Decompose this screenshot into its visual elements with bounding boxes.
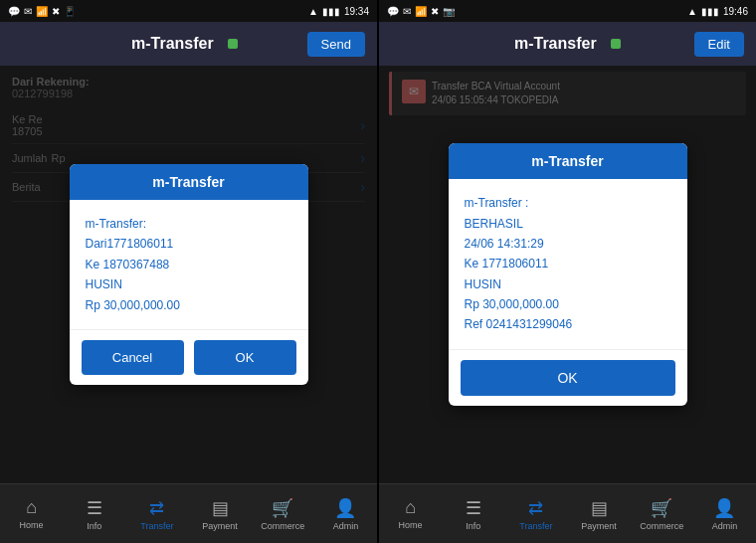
info-icon-2: ☰ (466, 497, 481, 519)
result-line-2: BERHASIL (465, 217, 523, 231)
app-content-2: ✉ Transfer BCA Virtual Account24/06 15:0… (379, 66, 756, 483)
dialog-title-1: m-Transfer (70, 164, 308, 200)
screen-1: 💬 ✉ 📶 ✖ 📱 ▲ ▮▮▮ 19:34 m-Transfer Send Da… (0, 0, 377, 543)
payment-label-2: Payment (581, 521, 617, 531)
mail-icon-2: ✉ (403, 6, 411, 17)
header-title-2: m-Transfer (514, 35, 597, 53)
status-right-2: ▲ ▮▮▮ 19:46 (687, 6, 748, 17)
dialog-line-5: Rp 30,000,000.00 (86, 298, 180, 312)
admin-label-1: Admin (333, 521, 359, 531)
transfer-label-2: Transfer (519, 521, 552, 531)
ok-button[interactable]: OK (194, 340, 296, 375)
nav-home-2[interactable]: ⌂ Home (379, 497, 442, 530)
status-bar-2: 💬 ✉ 📶 ✖ 📷 ▲ ▮▮▮ 19:46 (379, 0, 756, 22)
dialog-line-2: Dari1771806011 (86, 237, 174, 251)
dialog-line-3: Ke 1870367488 (86, 258, 170, 272)
header-center-1: m-Transfer (131, 35, 238, 53)
info-icon-1: ☰ (87, 497, 102, 519)
status-bar-1: 💬 ✉ 📶 ✖ 📱 ▲ ▮▮▮ 19:34 (0, 0, 377, 22)
msg-icon: 💬 (8, 6, 20, 17)
nav-transfer-1[interactable]: ⇄ Transfer (125, 497, 188, 531)
nav-info-2[interactable]: ☰ Info (442, 497, 504, 531)
nav-commerce-1[interactable]: 🛒 Commerce (252, 497, 314, 531)
commerce-icon-1: 🛒 (272, 497, 293, 519)
nav-transfer-2[interactable]: ⇄ Transfer (504, 497, 567, 531)
result-line-6: Rp 30,000,000.00 (465, 297, 559, 311)
dialog-line-4: HUSIN (86, 277, 122, 291)
home-icon-2: ⌂ (405, 497, 416, 518)
result-dialog-2: m-Transfer m-Transfer : BERHASIL 24/06 1… (449, 143, 687, 406)
payment-icon-1: ▤ (212, 497, 229, 519)
mail-icon: ✉ (24, 6, 32, 17)
transfer-icon-2: ⇄ (528, 497, 543, 519)
commerce-label-2: Commerce (640, 521, 683, 531)
result-line-3: 24/06 14:31:29 (465, 237, 544, 251)
photo-icon-2: 📷 (443, 6, 455, 17)
dialog-text-2: m-Transfer : BERHASIL 24/06 14:31:29 Ke … (465, 193, 671, 335)
result-line-5: HUSIN (465, 277, 501, 291)
payment-label-1: Payment (202, 521, 238, 531)
result-line-1: m-Transfer : (465, 196, 529, 210)
nav-payment-2[interactable]: ▤ Payment (568, 497, 631, 531)
commerce-icon-2: 🛒 (651, 497, 672, 519)
msg-icon-2: 💬 (387, 6, 399, 17)
dialog-buttons-2: OK (449, 349, 687, 406)
nav-admin-1[interactable]: 👤 Admin (314, 497, 377, 531)
nav-payment-1[interactable]: ▤ Payment (189, 497, 252, 531)
header-center-2: m-Transfer (514, 35, 621, 53)
bottom-nav-1: ⌂ Home ☰ Info ⇄ Transfer ▤ Payment 🛒 Com… (0, 483, 377, 543)
admin-icon-1: 👤 (334, 497, 356, 519)
commerce-label-1: Commerce (261, 521, 304, 531)
dialog-buttons-1: Cancel OK (70, 329, 308, 385)
whatsapp-icon: 📱 (64, 6, 76, 17)
confirm-dialog-1: m-Transfer m-Transfer: Dari1771806011 Ke… (70, 164, 308, 385)
nav-home-1[interactable]: ⌂ Home (0, 497, 63, 530)
result-line-7: Ref 0241431299046 (465, 317, 573, 331)
info-label-2: Info (466, 521, 480, 531)
dialog-line-1: m-Transfer: (86, 217, 147, 231)
dialog-overlay-1: m-Transfer m-Transfer: Dari1771806011 Ke… (0, 66, 377, 483)
payment-icon-2: ▤ (591, 497, 608, 519)
status-right-1: ▲ ▮▮▮ 19:34 (308, 6, 369, 17)
status-icons-left: 💬 ✉ 📶 ✖ 📱 (8, 6, 76, 17)
dialog-title-2: m-Transfer (449, 143, 687, 179)
nav-admin-2[interactable]: 👤 Admin (693, 497, 756, 531)
transfer-label-1: Transfer (140, 521, 173, 531)
header-title-1: m-Transfer (131, 35, 214, 53)
status-icons-left-2: 💬 ✉ 📶 ✖ 📷 (387, 6, 455, 17)
app-header-1: m-Transfer Send (0, 22, 377, 66)
send-button[interactable]: Send (307, 32, 365, 57)
header-indicator-2 (611, 39, 621, 49)
app-header-2: m-Transfer Edit (379, 22, 756, 66)
x-icon-2: ✖ (431, 6, 439, 17)
signal-icon: 📶 (36, 6, 48, 17)
home-label-2: Home (399, 520, 423, 530)
wifi-icon: ▲ (308, 6, 318, 17)
x-icon: ✖ (52, 6, 60, 17)
home-label-1: Home (20, 520, 44, 530)
wifi-icon-2: ▲ (687, 6, 697, 17)
signal-bars-2: ▮▮▮ (701, 6, 719, 17)
edit-button[interactable]: Edit (694, 32, 744, 57)
signal-icon-2: 📶 (415, 6, 427, 17)
admin-icon-2: 👤 (713, 497, 735, 519)
result-line-4: Ke 1771806011 (465, 257, 549, 271)
info-label-1: Info (87, 521, 101, 531)
time-2: 19:46 (723, 6, 748, 17)
header-indicator-1 (228, 39, 238, 49)
dialog-body-1: m-Transfer: Dari1771806011 Ke 1870367488… (70, 200, 308, 329)
dialog-body-2: m-Transfer : BERHASIL 24/06 14:31:29 Ke … (449, 179, 687, 349)
bottom-nav-2: ⌂ Home ☰ Info ⇄ Transfer ▤ Payment 🛒 Com… (379, 483, 756, 543)
transfer-icon-1: ⇄ (149, 497, 164, 519)
nav-info-1[interactable]: ☰ Info (63, 497, 125, 531)
dialog-text-1: m-Transfer: Dari1771806011 Ke 1870367488… (86, 214, 292, 315)
time-1: 19:34 (344, 6, 369, 17)
ok-button-2[interactable]: OK (461, 360, 675, 396)
dialog-overlay-2: m-Transfer m-Transfer : BERHASIL 24/06 1… (379, 66, 756, 483)
signal-bars: ▮▮▮ (322, 6, 340, 17)
nav-commerce-2[interactable]: 🛒 Commerce (631, 497, 693, 531)
cancel-button[interactable]: Cancel (82, 340, 184, 375)
home-icon-1: ⌂ (26, 497, 37, 518)
screen-2: 💬 ✉ 📶 ✖ 📷 ▲ ▮▮▮ 19:46 m-Transfer Edit ✉ … (379, 0, 756, 543)
app-content-1: Dari Rekening: 0212799198 Ke Re 18705 › … (0, 66, 377, 483)
